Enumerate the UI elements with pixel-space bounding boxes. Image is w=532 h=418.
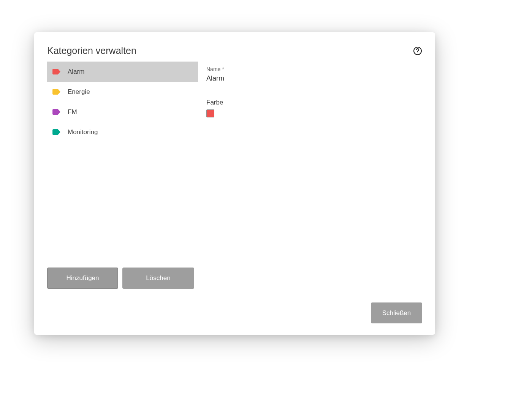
category-item-label: Energie bbox=[68, 88, 90, 96]
add-button[interactable]: Hinzufügen bbox=[47, 268, 118, 289]
category-item-label: Alarm bbox=[68, 68, 84, 76]
list-button-row: Hinzufügen Löschen bbox=[47, 268, 198, 289]
help-icon[interactable] bbox=[413, 46, 422, 55]
dialog-header: Kategorien verwalten bbox=[47, 45, 422, 56]
tag-icon bbox=[52, 68, 61, 75]
tag-icon bbox=[52, 89, 61, 95]
left-pane: AlarmEnergieFMMonitoring Hinzufügen Lösc… bbox=[47, 62, 198, 289]
manage-categories-dialog: Kategorien verwalten AlarmEnergieFMMonit… bbox=[34, 32, 435, 335]
category-list: AlarmEnergieFMMonitoring bbox=[47, 62, 198, 268]
svg-point-1 bbox=[417, 52, 418, 53]
category-item[interactable]: Alarm bbox=[47, 62, 198, 82]
delete-button[interactable]: Löschen bbox=[122, 268, 194, 289]
tag-icon bbox=[52, 109, 61, 115]
tag-icon bbox=[52, 129, 61, 135]
dialog-footer: Schließen bbox=[47, 302, 422, 323]
category-item[interactable]: Monitoring bbox=[47, 122, 198, 142]
color-section: Farbe bbox=[206, 99, 422, 117]
dialog-title: Kategorien verwalten bbox=[47, 45, 136, 56]
name-input[interactable] bbox=[206, 74, 417, 85]
category-item[interactable]: Energie bbox=[47, 82, 198, 102]
category-item-label: Monitoring bbox=[68, 128, 98, 136]
color-field-label: Farbe bbox=[206, 99, 422, 106]
name-field-label: Name * bbox=[206, 66, 422, 72]
category-item[interactable]: FM bbox=[47, 102, 198, 122]
category-item-label: FM bbox=[68, 108, 77, 116]
dialog-body: AlarmEnergieFMMonitoring Hinzufügen Lösc… bbox=[47, 62, 422, 289]
close-button[interactable]: Schließen bbox=[371, 302, 422, 323]
color-swatch[interactable] bbox=[206, 109, 214, 117]
right-pane: Name * Farbe bbox=[206, 62, 422, 289]
